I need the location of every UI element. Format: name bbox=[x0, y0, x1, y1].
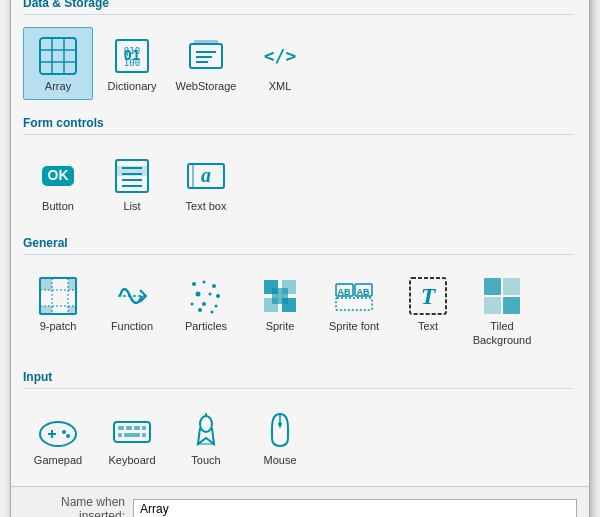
item-textbox[interactable]: a Text box bbox=[171, 147, 241, 220]
svg-point-66 bbox=[66, 434, 70, 438]
svg-rect-58 bbox=[484, 278, 501, 295]
svg-rect-59 bbox=[503, 278, 520, 295]
section-header-general: General bbox=[23, 232, 573, 255]
section-data-storage: Data & Storage Array bbox=[23, 0, 573, 104]
svg-rect-61 bbox=[503, 297, 520, 314]
item-tiledbg[interactable]: Tiled Background bbox=[467, 267, 537, 353]
svg-rect-30 bbox=[68, 306, 76, 314]
item-webstorage[interactable]: WebStorage bbox=[171, 27, 241, 100]
svg-point-42 bbox=[202, 302, 206, 306]
svg-text:AB: AB bbox=[357, 287, 370, 297]
textbox-icon: a bbox=[184, 154, 228, 198]
item-array-label: Array bbox=[45, 80, 71, 93]
item-9patch[interactable]: 9-patch bbox=[23, 267, 93, 353]
svg-rect-74 bbox=[142, 433, 146, 437]
svg-rect-22 bbox=[116, 166, 148, 176]
svg-point-37 bbox=[212, 284, 216, 288]
function-icon bbox=[110, 274, 154, 318]
svg-rect-27 bbox=[40, 278, 52, 290]
insert-new-object-dialog: Insert New Object Double-click a plugin … bbox=[10, 0, 590, 517]
item-function-label: Function bbox=[111, 320, 153, 333]
svg-rect-55 bbox=[336, 298, 372, 310]
sprite-icon bbox=[258, 274, 302, 318]
items-grid-general: 9-patch Function bbox=[23, 263, 573, 357]
item-list[interactable]: List bbox=[97, 147, 167, 220]
item-spritefont[interactable]: AB AB Sprite font bbox=[319, 267, 389, 353]
spritefont-icon: AB AB bbox=[332, 274, 376, 318]
item-mouse-label: Mouse bbox=[263, 454, 296, 467]
item-particles-label: Particles bbox=[185, 320, 227, 333]
footer-section: Name when inserted: Description: Store a… bbox=[11, 486, 589, 517]
content-area: Data & Storage Array bbox=[11, 0, 589, 486]
item-spritefont-label: Sprite font bbox=[329, 320, 379, 333]
svg-rect-71 bbox=[142, 426, 146, 430]
svg-point-62 bbox=[40, 422, 76, 446]
item-keyboard-label: Keyboard bbox=[108, 454, 155, 467]
section-form-controls: Form controls OK Button bbox=[23, 112, 573, 224]
name-label: Name when inserted: bbox=[23, 495, 133, 517]
item-textbox-label: Text box bbox=[186, 200, 227, 213]
svg-rect-29 bbox=[40, 306, 52, 314]
item-keyboard[interactable]: Keyboard bbox=[97, 401, 167, 474]
svg-point-38 bbox=[196, 292, 201, 297]
svg-rect-72 bbox=[118, 433, 122, 437]
item-9patch-label: 9-patch bbox=[40, 320, 77, 333]
item-array[interactable]: Array bbox=[23, 27, 93, 100]
svg-rect-60 bbox=[484, 297, 501, 314]
item-dictionary[interactable]: 01 010 100 Dictionary bbox=[97, 27, 167, 100]
name-input[interactable] bbox=[133, 499, 577, 517]
item-sprite-label: Sprite bbox=[266, 320, 295, 333]
svg-rect-70 bbox=[134, 426, 140, 430]
svg-point-45 bbox=[211, 311, 214, 314]
svg-point-75 bbox=[200, 416, 212, 432]
mouse-icon bbox=[258, 408, 302, 452]
item-gamepad[interactable]: Gamepad bbox=[23, 401, 93, 474]
item-dictionary-label: Dictionary bbox=[108, 80, 157, 93]
scroll-container[interactable]: Data & Storage Array bbox=[23, 0, 577, 486]
svg-rect-68 bbox=[118, 426, 124, 430]
section-header-form-controls: Form controls bbox=[23, 112, 573, 135]
section-input: Input Gamepad bbox=[23, 366, 573, 478]
svg-rect-73 bbox=[124, 433, 140, 437]
touch-icon bbox=[184, 408, 228, 452]
svg-rect-67 bbox=[114, 422, 150, 442]
section-header-input: Input bbox=[23, 366, 573, 389]
array-icon bbox=[36, 34, 80, 78]
item-text[interactable]: T Text bbox=[393, 267, 463, 353]
items-grid-data-storage: Array 01 010 100 Dictionary bbox=[23, 23, 573, 104]
item-touch[interactable]: Touch bbox=[171, 401, 241, 474]
svg-point-35 bbox=[192, 282, 196, 286]
items-grid-input: Gamepad bbox=[23, 397, 573, 478]
item-xml[interactable]: </> XML bbox=[245, 27, 315, 100]
svg-rect-10 bbox=[194, 40, 218, 44]
item-touch-label: Touch bbox=[191, 454, 220, 467]
dictionary-icon: 01 010 100 bbox=[110, 34, 154, 78]
svg-text:100: 100 bbox=[124, 58, 140, 68]
text-icon: T bbox=[406, 274, 450, 318]
keyboard-icon bbox=[110, 408, 154, 452]
svg-point-41 bbox=[191, 303, 194, 306]
item-sprite[interactable]: Sprite bbox=[245, 267, 315, 353]
svg-text:</>: </> bbox=[264, 45, 297, 66]
svg-rect-0 bbox=[40, 38, 76, 74]
svg-point-36 bbox=[203, 281, 206, 284]
svg-rect-69 bbox=[126, 426, 132, 430]
section-header-data-storage: Data & Storage bbox=[23, 0, 573, 15]
item-button-label: Button bbox=[42, 200, 74, 213]
name-row: Name when inserted: bbox=[23, 495, 577, 517]
svg-text:010: 010 bbox=[124, 46, 140, 56]
svg-rect-28 bbox=[68, 278, 76, 290]
list-icon bbox=[110, 154, 154, 198]
item-gamepad-label: Gamepad bbox=[34, 454, 82, 467]
item-xml-label: XML bbox=[269, 80, 292, 93]
item-button[interactable]: OK Button bbox=[23, 147, 93, 220]
item-list-label: List bbox=[123, 200, 140, 213]
item-text-label: Text bbox=[418, 320, 438, 333]
item-particles[interactable]: Particles bbox=[171, 267, 241, 353]
item-function[interactable]: Function bbox=[97, 267, 167, 353]
particles-icon bbox=[184, 274, 228, 318]
svg-text:a: a bbox=[201, 164, 211, 186]
svg-point-43 bbox=[215, 305, 218, 308]
item-mouse[interactable]: Mouse bbox=[245, 401, 315, 474]
webstorage-icon bbox=[184, 34, 228, 78]
